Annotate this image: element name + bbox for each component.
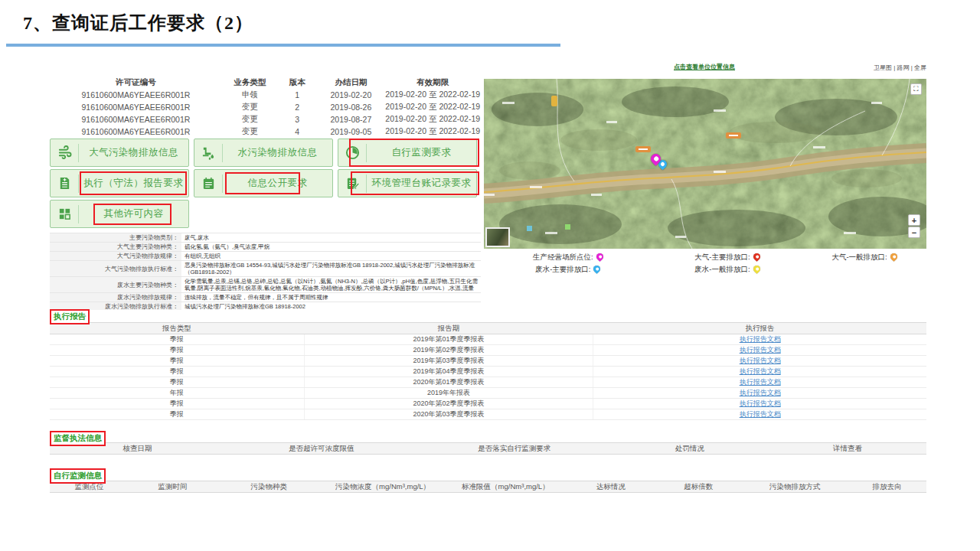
map-terrain (484, 79, 926, 249)
information-disclosure-requirement-button[interactable]: 信息公开要求 (194, 169, 333, 197)
report-doc-link[interactable]: 执行报告文档 (740, 399, 781, 407)
supervision-section-title: 监督执法信息 (50, 431, 106, 446)
col-header: 污染物种类 (217, 481, 322, 493)
report-row: 季报2019年第01季度季报表执行报告文档 (50, 334, 926, 345)
report-section-title: 执行报告 (50, 309, 90, 324)
monitoring-table: 监测点位 监测时间 污染物种类 污染物浓度（mg/Nm³,mg/L） 标准限值（… (50, 481, 926, 493)
col-header: 办结日期 (316, 77, 385, 89)
other-permit-content-button[interactable]: 其他许可内容 (50, 200, 189, 228)
col-header: 是否超许可浓度限值 (225, 443, 418, 455)
legend-item: 大气-主要排放口: (652, 252, 803, 262)
report-doc-link[interactable]: 执行报告文档 (740, 410, 781, 418)
legend-item: 废水-一般排放口: (652, 264, 803, 275)
col-header: 污染物浓度（mg/Nm³,mg/L） (322, 481, 444, 493)
legend-item: 大气-一般排放口: (802, 252, 926, 262)
info-label: 主要污染物类别： (50, 233, 181, 243)
satellite-map[interactable]: ⛶ + − (484, 79, 926, 249)
production-site-pin-icon (595, 252, 605, 262)
report-doc-link[interactable]: 执行报告文档 (740, 378, 781, 386)
water-emission-icon (194, 145, 222, 160)
slide: 7、查询证后工作要求（2） 许可证编号 业务类型 版本 办结日期 有效期限 91… (0, 0, 980, 551)
map-legend: 生产经营场所点位: 大气-主要排放口: 大气-一般排放口: 废水-主要排放口: … (484, 252, 926, 275)
info-label: 大气污染物排放规律： (50, 252, 181, 261)
info-label: 废水污染物排放规律： (50, 293, 181, 302)
compliance-report-requirement-button[interactable]: 执行（守法）报告要求 (50, 169, 189, 197)
col-header: 有效期限 (385, 77, 480, 89)
permit-row[interactable]: 91610600MA6YEAEE6R001R变更22019-08-262019-… (50, 101, 480, 113)
map-view-options[interactable]: 卫星图 | 路网 | 全屏 (874, 64, 926, 72)
report-row: 季报2020年第03季度季报表执行报告文档 (50, 409, 926, 420)
title-underline (6, 44, 560, 47)
fullscreen-button[interactable]: ⛶ (910, 83, 922, 95)
col-header: 达标情况 (567, 481, 655, 493)
button-label: 信息公开要求 (223, 177, 332, 190)
col-header: 执行报告 (593, 323, 926, 334)
page-title: 7、查询证后工作要求（2） (23, 11, 253, 35)
ledger-icon (338, 176, 366, 191)
info-value: 连续排放，流量不稳定，但有规律，且不属于周期性规律 (181, 293, 481, 302)
air-main-outlet-pin-icon (752, 252, 762, 262)
zoom-in-button[interactable]: + (908, 214, 920, 226)
water-general-outlet-pin-icon (752, 264, 762, 274)
air-pollutant-emission-button[interactable]: 大气污染物排放信息 (50, 139, 189, 167)
info-label: 大气主要污染物种类： (50, 243, 181, 252)
report-row: 季报2019年第03季度季报表执行报告文档 (50, 356, 926, 367)
monitoring-section-title: 自行监测信息 (50, 468, 106, 484)
map-company-link[interactable]: 点击查看单位位置信息 (536, 63, 873, 71)
report-table: 报告类型 报告期 执行报告 季报2019年第01季度季报表执行报告文档 季报20… (50, 322, 926, 420)
report-row: 季报2020年第01季度季报表执行报告文档 (50, 377, 926, 388)
air-general-outlet-pin-icon (889, 252, 899, 262)
col-header: 超标倍数 (655, 481, 743, 493)
report-row: 季报2019年第04季度季报表执行报告文档 (50, 367, 926, 377)
button-label: 执行（守法）报告要求 (79, 177, 188, 190)
zoom-out-button[interactable]: − (908, 227, 920, 238)
grid-squares-icon (51, 207, 78, 221)
col-header: 处罚情况 (611, 443, 769, 455)
report-row: 季报2020年第02季度季报表执行报告文档 (50, 399, 926, 409)
info-value: 恶臭污染物排放标准GB 14554-93,城镇污水处理厂污染物排放标准GB 18… (181, 261, 481, 277)
button-label: 其他许可内容 (79, 207, 188, 220)
minimap-toggle[interactable] (485, 227, 510, 247)
water-main-outlet-pin-icon (593, 264, 603, 274)
col-header: 监测时间 (129, 481, 217, 493)
info-label: 大气污染物排放执行标准： (50, 261, 181, 277)
col-header: 标准限值（mg/Nm³,mg/L） (444, 481, 567, 493)
environmental-ledger-requirement-button[interactable]: 环境管理台账记录要求 (338, 169, 477, 197)
report-row: 季报2019年第02季度季报表执行报告文档 (50, 345, 926, 356)
button-label: 大气污染物排放信息 (79, 146, 188, 159)
col-header: 污染物排放方式 (743, 481, 848, 493)
permit-row[interactable]: 91610600MA6YEAEE6R001R变更32019-08-272019-… (50, 113, 480, 126)
col-header: 排放去向 (848, 481, 926, 493)
col-header: 是否落实自行监测要求 (418, 443, 611, 455)
info-label: 废水主要污染物种类： (50, 277, 181, 293)
supervision-table: 核查日期 是否超许可浓度限值 是否落实自行监测要求 处罚情况 详情查看 (50, 442, 926, 455)
col-header: 详情查看 (769, 443, 926, 455)
info-value: 化学需氧量,总汞,总镉,总铬,总砷,总铅,总氮（以N计）,氨氮（NH3-N）,总… (181, 277, 481, 293)
col-header: 报告期 (304, 323, 593, 334)
report-doc-link[interactable]: 执行报告文档 (740, 367, 781, 375)
col-header: 许可证编号 (50, 77, 222, 89)
report-doc-link[interactable]: 执行报告文档 (740, 389, 781, 396)
col-header: 版本 (278, 77, 317, 89)
permit-version-table: 许可证编号 业务类型 版本 办结日期 有效期限 91610600MA6YEAEE… (50, 77, 480, 138)
calendar-icon (194, 176, 222, 191)
water-pollutant-emission-button[interactable]: 水污染物排放信息 (194, 139, 333, 167)
legend-item: 废水-主要排放口: (484, 264, 652, 275)
info-value: 城镇污水处理厂污染物排放标准GB 18918-2002 (181, 302, 481, 311)
button-label: 水污染物排放信息 (223, 146, 332, 159)
legend-item: 生产经营场所点位: (484, 252, 652, 262)
permit-row[interactable]: 91610600MA6YEAEE6R001R变更42019-09-052019-… (50, 126, 480, 138)
report-doc-link[interactable]: 执行报告文档 (740, 346, 781, 354)
col-header: 业务类型 (222, 77, 278, 89)
report-doc-link[interactable]: 执行报告文档 (740, 357, 781, 364)
info-value: 硫化氢,氨（氨气）,臭气浓度,甲烷 (181, 243, 481, 252)
info-value: 废气,废水 (181, 233, 481, 243)
button-label: 环境管理台账记录要求 (367, 177, 476, 190)
info-value: 有组织,无组织 (181, 252, 481, 261)
clock-icon (338, 145, 366, 160)
permit-row[interactable]: 91610600MA6YEAEE6R001R申领12019-02-202019-… (50, 89, 480, 101)
report-doc-link[interactable]: 执行报告文档 (740, 335, 781, 343)
self-monitoring-requirement-button[interactable]: 自行监测要求 (338, 139, 477, 167)
air-emission-icon (51, 145, 78, 160)
button-label: 自行监测要求 (367, 146, 476, 159)
